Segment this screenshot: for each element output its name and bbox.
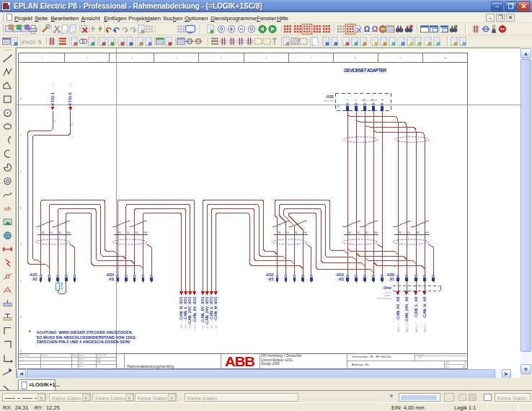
svg-text:904: 904 [53, 119, 56, 123]
svg-text:-CAN_H_A0: -CAN_H_A0 [422, 297, 427, 319]
svg-text:Blatt: Blatt [445, 361, 449, 364]
svg-text:SO MUSS EIN ABSCHLUSSWIDERSTAN: SO MUSS EIN ABSCHLUSSWIDERSTAND VON 120Ω [37, 335, 136, 340]
svg-text:RD: RD [127, 231, 130, 234]
svg-text:-KT31:5: -KT31:5 [68, 92, 72, 107]
svg-text:-A3S: -A3S [325, 94, 334, 99]
svg-text:-CAN_H_I/O1: -CAN_H_I/O1 [213, 297, 218, 322]
svg-text:-XS: -XS [267, 277, 274, 281]
svg-text:ZWISCHEN PIN 2 UND 4 ANGESCHLO: ZWISCHEN PIN 2 UND 4 ANGESCHLOSSEN SEIN! [37, 340, 130, 344]
svg-text:Datum: Datum [42, 354, 48, 357]
svg-text:-XS: -XS [108, 277, 115, 281]
svg-text:Rahmenabdeckungshandling: Rahmenabdeckungshandling [127, 364, 174, 368]
svg-text:/ 10.0: / 10.0 [194, 324, 197, 330]
svg-text:WH: WH [143, 231, 148, 234]
svg-text:-CAN_0V_A0: -CAN_0V_A0 [396, 297, 400, 321]
svg-text:+ 1SC: + 1SC [417, 356, 422, 359]
svg-text:V-: V- [347, 99, 349, 102]
svg-text:Bearb.: Bearb. [79, 358, 85, 361]
svg-text:Blatt: Blatt [445, 366, 449, 368]
svg-text:5: 5 [221, 57, 222, 60]
svg-text:Gepr.: Gepr. [79, 361, 84, 364]
svg-text:BU: BU [295, 231, 298, 234]
svg-text:4: 4 [176, 57, 177, 60]
svg-text:BU: BU [135, 231, 138, 234]
svg-text:+A0/21.5 /: +A0/21.5 / [406, 323, 409, 333]
svg-text:7: 7 [20, 350, 22, 353]
svg-text:-A3S: -A3S [386, 273, 394, 277]
svg-text:Urspr.: Urspr. [79, 365, 84, 368]
svg-text:+A0/21.5 /: +A0/21.5 / [415, 323, 418, 333]
svg-text:Design 2006: Design 2006 [261, 362, 280, 366]
svg-text:5: 5 [20, 280, 22, 283]
svg-text:BU: BU [58, 231, 62, 234]
svg-text:24V-Verteilung + DeviceNet: 24V-Verteilung + DeviceNet [261, 354, 302, 358]
svg-text:2: 2 [87, 57, 88, 60]
svg-text:CAN_L: CAN_L [361, 99, 368, 102]
svg-text:/ 10.5: / 10.5 [215, 324, 218, 330]
svg-text:SH: SH [381, 99, 384, 102]
svg-text:V+: V+ [355, 99, 358, 102]
svg-text:-CAN_24V_I/O1: -CAN_24V_I/O1 [187, 297, 192, 325]
svg-text:MHB: MHB [97, 358, 102, 361]
svg-text:DSQC 663: DSQC 663 [323, 100, 334, 102]
svg-text:Control Module +1SC: Control Module +1SC [261, 358, 293, 362]
svg-text:BU: BU [365, 231, 369, 234]
svg-text:= LOGIK: = LOGIK [417, 353, 424, 356]
svg-text:WH: WH [66, 231, 71, 234]
svg-text:903: 903 [71, 123, 74, 126]
svg-text:durchführung: durchführung [377, 297, 391, 300]
svg-text:.X1: .X1 [389, 277, 394, 281]
svg-text:-CAN_0V_I/O1: -CAN_0V_I/O1 [192, 296, 197, 322]
svg-text:7: 7 [310, 57, 311, 60]
svg-text:WH: WH [425, 231, 429, 234]
svg-text:9: 9 [399, 57, 401, 60]
svg-text:ABB: ABB [225, 355, 255, 369]
svg-text:ACHTUNG: WIRD DIESER STECKER A: ACHTUNG: WIRD DIESER STECKER ABGEZOGEN, [37, 330, 133, 335]
svg-text:Datum: Datum [79, 354, 85, 357]
svg-text:-I/O2: -I/O2 [265, 273, 274, 277]
svg-text:-1Ime: -1Ime [382, 286, 391, 290]
svg-text:-I/O4: -I/O4 [106, 273, 115, 277]
svg-text:-A3S: -A3S [29, 273, 37, 277]
svg-text:DEVICENET ADAPTER: DEVICENET ADAPTER [344, 68, 386, 73]
svg-text:RD: RD [286, 231, 290, 234]
svg-text:-X1: -X1 [336, 105, 340, 108]
svg-text:/ 10.5: / 10.5 [206, 324, 209, 330]
svg-text:2: 2 [20, 170, 22, 173]
svg-text:Name: Name [72, 354, 78, 357]
svg-text:BU: BU [417, 231, 420, 234]
svg-text:6: 6 [20, 316, 22, 319]
svg-text:05.03.2008: 05.03.2008 [97, 354, 107, 357]
svg-text:1: 1 [20, 134, 22, 137]
svg-text:/ 10.0: / 10.0 [189, 324, 192, 330]
svg-text:Zeichnungs.-Nr.: EF 660,00-: Zeichnungs.-Nr.: EF 660,00- [352, 355, 392, 358]
svg-text:0: 0 [20, 97, 22, 100]
svg-text:Auftrags.-Nr.:: Auftrags.-Nr.: [352, 363, 371, 366]
svg-text:3: 3 [131, 57, 133, 60]
svg-text:3: 3 [20, 207, 22, 210]
svg-text:WH: WH [303, 231, 307, 234]
svg-text:1: 1 [42, 57, 43, 60]
svg-text:/ 10.5: / 10.5 [210, 324, 213, 330]
svg-text:4: 4 [20, 243, 22, 246]
svg-text:132: 132 [462, 366, 466, 368]
svg-text:/ 9.1: / 9.1 [52, 83, 55, 87]
svg-text:+A0/21.6 /: +A0/21.6 / [424, 323, 427, 333]
svg-text:8: 8 [355, 57, 356, 60]
svg-text:-KT31:1: -KT31:1 [50, 92, 55, 107]
svg-text:10: 10 [444, 57, 447, 60]
svg-text:+A0/21.5 /: +A0/21.5 / [397, 323, 400, 333]
svg-text:-CAN_24V_A0: -CAN_24V_A0 [404, 296, 409, 322]
svg-text:-120Ω: -120Ω [60, 281, 63, 291]
svg-text:-XS: -XS [337, 277, 344, 281]
svg-text:/ 10.0: / 10.0 [180, 324, 183, 330]
svg-text:-CAN_L_A0: -CAN_L_A0 [414, 297, 418, 319]
svg-text:-I/O3: -I/O3 [335, 273, 344, 277]
svg-text:WH: WH [373, 231, 378, 234]
svg-text:Änderung: Änderung [20, 354, 30, 357]
svg-text:RD: RD [50, 231, 53, 234]
svg-text:RD: RD [357, 231, 360, 234]
svg-text:CAN_H: CAN_H [370, 99, 376, 102]
svg-text:.X2: .X2 [32, 277, 37, 281]
svg-text:RD: RD [407, 231, 411, 234]
